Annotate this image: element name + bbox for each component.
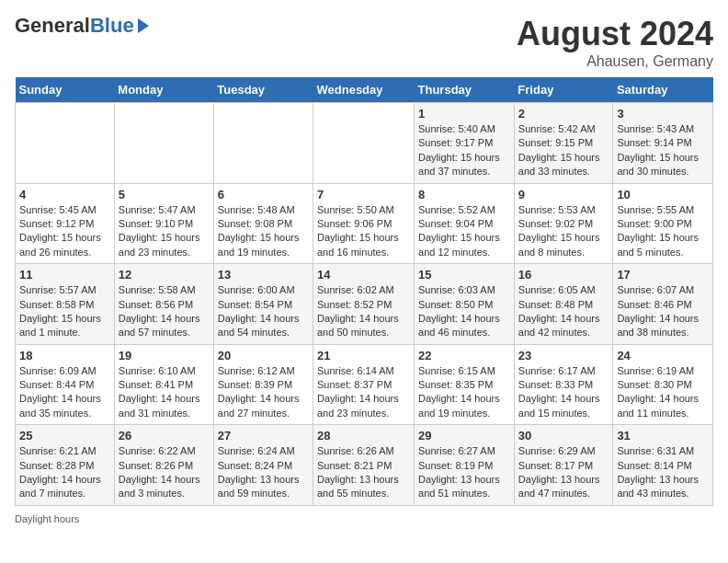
calendar-cell: 14Sunrise: 6:02 AM Sunset: 8:52 PM Dayli… <box>313 264 415 345</box>
day-number: 11 <box>19 268 110 282</box>
calendar-cell: 12Sunrise: 5:58 AM Sunset: 8:56 PM Dayli… <box>114 264 213 345</box>
day-number: 29 <box>418 429 510 442</box>
calendar-cell: 21Sunrise: 6:14 AM Sunset: 8:37 PM Dayli… <box>313 344 415 425</box>
calendar-cell: 26Sunrise: 6:22 AM Sunset: 8:26 PM Dayli… <box>114 425 213 506</box>
calendar-cell: 15Sunrise: 6:03 AM Sunset: 8:50 PM Dayli… <box>415 264 515 345</box>
day-info: Sunrise: 6:24 AM Sunset: 8:24 PM Dayligh… <box>218 444 309 501</box>
calendar-cell: 5Sunrise: 5:47 AM Sunset: 9:10 PM Daylig… <box>114 183 213 264</box>
day-info: Sunrise: 5:40 AM Sunset: 9:17 PM Dayligh… <box>418 122 510 179</box>
calendar-cell: 23Sunrise: 6:17 AM Sunset: 8:33 PM Dayli… <box>514 344 613 425</box>
calendar-table: SundayMondayTuesdayWednesdayThursdayFrid… <box>15 77 713 506</box>
day-number: 10 <box>617 188 709 201</box>
calendar-header-row: SundayMondayTuesdayWednesdayThursdayFrid… <box>16 77 713 103</box>
day-info: Sunrise: 6:07 AM Sunset: 8:46 PM Dayligh… <box>617 283 709 340</box>
day-info: Sunrise: 5:52 AM Sunset: 9:04 PM Dayligh… <box>418 203 510 260</box>
day-number: 9 <box>518 188 609 201</box>
calendar-day-header: Tuesday <box>213 77 313 103</box>
day-info: Sunrise: 6:00 AM Sunset: 8:54 PM Dayligh… <box>218 283 309 340</box>
day-number: 28 <box>317 429 410 442</box>
logo-blue: Blue <box>90 14 134 37</box>
day-number: 5 <box>119 188 210 201</box>
day-number: 19 <box>119 349 210 362</box>
day-number: 6 <box>218 188 309 201</box>
calendar-day-header: Sunday <box>16 77 115 103</box>
day-info: Sunrise: 6:05 AM Sunset: 8:48 PM Dayligh… <box>518 283 609 340</box>
day-number: 22 <box>418 349 510 362</box>
calendar-week-row: 4Sunrise: 5:45 AM Sunset: 9:12 PM Daylig… <box>16 183 713 264</box>
calendar-cell: 25Sunrise: 6:21 AM Sunset: 8:28 PM Dayli… <box>16 425 115 506</box>
calendar-cell: 31Sunrise: 6:31 AM Sunset: 8:14 PM Dayli… <box>613 425 713 506</box>
day-number: 7 <box>317 188 410 201</box>
logo: GeneralBlue <box>15 15 149 37</box>
day-number: 17 <box>617 268 709 282</box>
calendar-cell: 27Sunrise: 6:24 AM Sunset: 8:24 PM Dayli… <box>213 425 313 506</box>
day-number: 16 <box>518 268 609 282</box>
day-info: Sunrise: 6:12 AM Sunset: 8:39 PM Dayligh… <box>218 364 309 421</box>
calendar-cell: 3Sunrise: 5:43 AM Sunset: 9:14 PM Daylig… <box>613 103 713 184</box>
day-info: Sunrise: 6:14 AM Sunset: 8:37 PM Dayligh… <box>317 364 410 421</box>
day-info: Sunrise: 6:02 AM Sunset: 8:52 PM Dayligh… <box>317 283 410 340</box>
calendar-cell <box>313 103 415 184</box>
calendar-footer: Daylight hours <box>15 513 713 524</box>
day-number: 23 <box>518 349 609 362</box>
calendar-day-header: Thursday <box>415 77 515 103</box>
day-number: 14 <box>317 268 410 282</box>
day-info: Sunrise: 5:53 AM Sunset: 9:02 PM Dayligh… <box>518 203 609 260</box>
day-number: 24 <box>617 349 709 362</box>
calendar-day-header: Wednesday <box>313 77 415 103</box>
calendar-cell: 30Sunrise: 6:29 AM Sunset: 8:17 PM Dayli… <box>514 425 613 506</box>
day-number: 27 <box>218 429 309 442</box>
day-number: 25 <box>19 429 110 442</box>
day-number: 1 <box>418 107 510 121</box>
day-info: Sunrise: 6:19 AM Sunset: 8:30 PM Dayligh… <box>617 364 709 421</box>
day-info: Sunrise: 5:43 AM Sunset: 9:14 PM Dayligh… <box>617 122 709 179</box>
calendar-cell: 1Sunrise: 5:40 AM Sunset: 9:17 PM Daylig… <box>415 103 515 184</box>
location-subtitle: Ahausen, Germany <box>517 53 713 70</box>
day-info: Sunrise: 5:57 AM Sunset: 8:58 PM Dayligh… <box>19 283 110 340</box>
calendar-cell: 24Sunrise: 6:19 AM Sunset: 8:30 PM Dayli… <box>613 344 713 425</box>
day-number: 31 <box>617 429 709 442</box>
day-info: Sunrise: 6:21 AM Sunset: 8:28 PM Dayligh… <box>19 444 110 501</box>
calendar-cell: 7Sunrise: 5:50 AM Sunset: 9:06 PM Daylig… <box>313 183 415 264</box>
calendar-cell: 20Sunrise: 6:12 AM Sunset: 8:39 PM Dayli… <box>213 344 313 425</box>
calendar-cell: 9Sunrise: 5:53 AM Sunset: 9:02 PM Daylig… <box>514 183 613 264</box>
day-info: Sunrise: 6:09 AM Sunset: 8:44 PM Dayligh… <box>19 364 110 421</box>
calendar-week-row: 11Sunrise: 5:57 AM Sunset: 8:58 PM Dayli… <box>16 264 713 345</box>
day-number: 8 <box>418 188 510 201</box>
day-info: Sunrise: 6:26 AM Sunset: 8:21 PM Dayligh… <box>317 444 410 501</box>
calendar-cell: 17Sunrise: 6:07 AM Sunset: 8:46 PM Dayli… <box>613 264 713 345</box>
day-info: Sunrise: 6:15 AM Sunset: 8:35 PM Dayligh… <box>418 364 510 421</box>
calendar-cell: 10Sunrise: 5:55 AM Sunset: 9:00 PM Dayli… <box>613 183 713 264</box>
calendar-cell: 2Sunrise: 5:42 AM Sunset: 9:15 PM Daylig… <box>514 103 613 184</box>
day-info: Sunrise: 6:27 AM Sunset: 8:19 PM Dayligh… <box>418 444 510 501</box>
day-info: Sunrise: 6:22 AM Sunset: 8:26 PM Dayligh… <box>119 444 210 501</box>
calendar-day-header: Monday <box>114 77 213 103</box>
day-number: 26 <box>119 429 210 442</box>
calendar-cell: 6Sunrise: 5:48 AM Sunset: 9:08 PM Daylig… <box>213 183 313 264</box>
day-number: 30 <box>518 429 609 442</box>
day-number: 20 <box>218 349 309 362</box>
calendar-week-row: 25Sunrise: 6:21 AM Sunset: 8:28 PM Dayli… <box>16 425 713 506</box>
day-info: Sunrise: 5:45 AM Sunset: 9:12 PM Dayligh… <box>19 203 110 260</box>
calendar-cell: 29Sunrise: 6:27 AM Sunset: 8:19 PM Dayli… <box>415 425 515 506</box>
title-block: August 2024 Ahausen, Germany <box>517 15 713 70</box>
calendar-cell: 28Sunrise: 6:26 AM Sunset: 8:21 PM Dayli… <box>313 425 415 506</box>
day-info: Sunrise: 5:55 AM Sunset: 9:00 PM Dayligh… <box>617 203 709 260</box>
page-header: GeneralBlue August 2024 Ahausen, Germany <box>15 15 713 70</box>
calendar-cell: 13Sunrise: 6:00 AM Sunset: 8:54 PM Dayli… <box>213 264 313 345</box>
day-info: Sunrise: 5:47 AM Sunset: 9:10 PM Dayligh… <box>119 203 210 260</box>
day-info: Sunrise: 6:17 AM Sunset: 8:33 PM Dayligh… <box>518 364 609 421</box>
calendar-day-header: Friday <box>514 77 613 103</box>
logo-arrow-icon <box>138 18 149 33</box>
calendar-cell: 22Sunrise: 6:15 AM Sunset: 8:35 PM Dayli… <box>415 344 515 425</box>
calendar-cell: 16Sunrise: 6:05 AM Sunset: 8:48 PM Dayli… <box>514 264 613 345</box>
calendar-cell <box>16 103 115 184</box>
day-number: 4 <box>19 188 110 201</box>
day-info: Sunrise: 5:58 AM Sunset: 8:56 PM Dayligh… <box>119 283 210 340</box>
daylight-label: Daylight hours <box>15 513 79 524</box>
day-number: 2 <box>518 107 609 121</box>
day-info: Sunrise: 6:03 AM Sunset: 8:50 PM Dayligh… <box>418 283 510 340</box>
day-number: 13 <box>218 268 309 282</box>
calendar-cell: 4Sunrise: 5:45 AM Sunset: 9:12 PM Daylig… <box>16 183 115 264</box>
day-info: Sunrise: 6:10 AM Sunset: 8:41 PM Dayligh… <box>119 364 210 421</box>
